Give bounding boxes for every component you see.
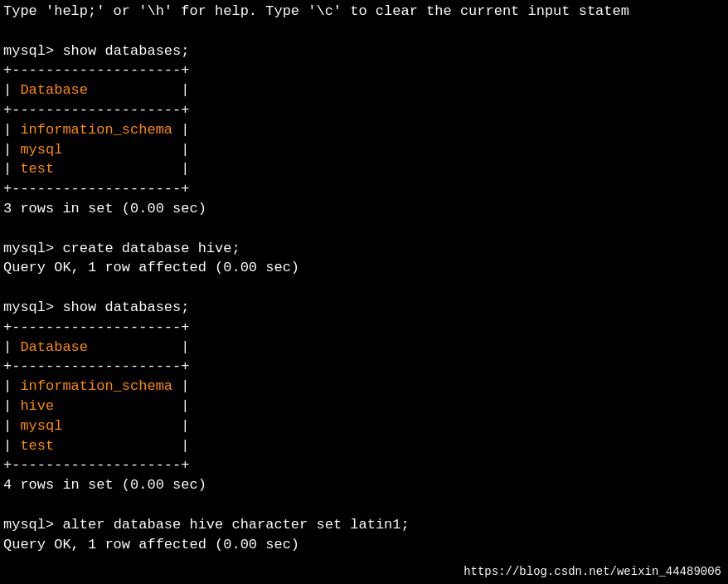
- table2-row-2: | hive |: [3, 397, 725, 416]
- table1-row-1: | information_schema |: [3, 120, 725, 140]
- table2-border-mid: +--------------------+: [3, 357, 725, 377]
- table2-row-3: | mysql |: [3, 416, 725, 436]
- result-2: 4 rows in set (0.00 sec): [3, 475, 725, 495]
- command-line-1: mysql> show databases;: [3, 41, 725, 61]
- table1-border-mid: +--------------------+: [3, 100, 725, 120]
- table1-header: | Database |: [3, 80, 725, 100]
- table1-border-top: +--------------------+: [3, 61, 725, 80]
- terminal-window: Type 'help;' or '\h' for help. Type '\c'…: [0, 0, 728, 584]
- command-line-3: mysql> show databases;: [3, 298, 725, 318]
- table2-row-4: | test |: [3, 436, 725, 456]
- table2-row-1: | information_schema |: [3, 377, 725, 397]
- prompt-2: mysql>: [3, 241, 62, 256]
- table2-border-bot: +--------------------+: [3, 455, 725, 475]
- query-ok-2: Query OK, 1 row affected (0.00 sec): [3, 535, 725, 555]
- header-line: Type 'help;' or '\h' for help. Type '\c'…: [3, 2, 725, 22]
- result-1: 3 rows in set (0.00 sec): [3, 199, 725, 219]
- command-line-2: mysql> create database hive;: [3, 239, 725, 259]
- prompt-3: mysql>: [3, 299, 62, 315]
- url-bar: https://blog.csdn.net/weixin_44489006: [463, 564, 721, 581]
- query-ok-1: Query OK, 1 row affected (0.00 sec): [3, 258, 725, 278]
- prompt-4: mysql>: [3, 517, 62, 533]
- prompt-1: mysql>: [3, 43, 62, 59]
- table2-border-top: +--------------------+: [3, 318, 725, 338]
- command-line-4: mysql> alter database hive character set…: [3, 515, 725, 535]
- terminal-content: Type 'help;' or '\h' for help. Type '\c'…: [0, 0, 728, 584]
- table2-header: | Database |: [3, 338, 725, 358]
- table1-row-2: | mysql |: [3, 140, 725, 160]
- table1-border-bot: +--------------------+: [3, 179, 725, 199]
- table1-row-3: | test |: [3, 159, 725, 179]
